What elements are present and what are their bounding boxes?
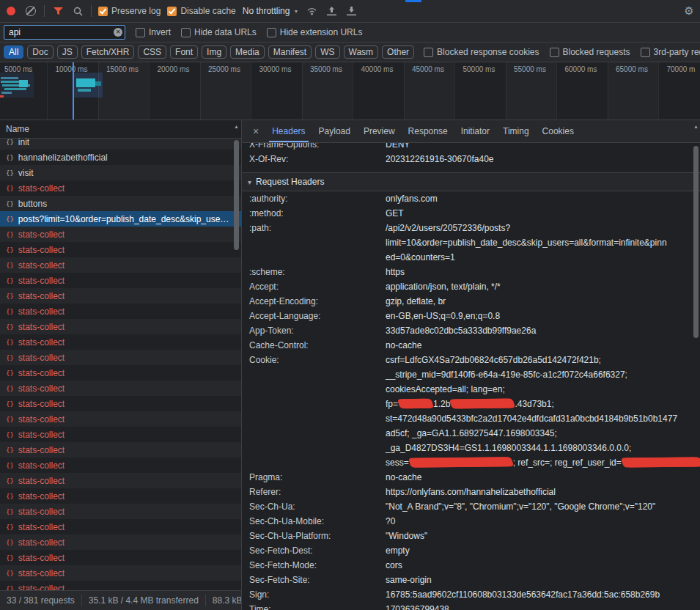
request-row[interactable]: {}stats-collect bbox=[0, 334, 241, 350]
request-list: {}init{}hannahelizabethofficial{}visit{}… bbox=[0, 139, 241, 590]
filter-pill-ws[interactable]: WS bbox=[315, 45, 339, 59]
request-row[interactable]: {}stats-collect bbox=[0, 565, 241, 581]
throttling-select[interactable]: No throttling ▼ bbox=[243, 6, 299, 16]
request-row[interactable]: {}buttons bbox=[0, 196, 241, 211]
request-row[interactable]: {}stats-collect bbox=[0, 319, 241, 334]
filter-pill-doc[interactable]: Doc bbox=[27, 45, 53, 59]
tab-response[interactable]: Response bbox=[402, 120, 454, 142]
request-row[interactable]: {}posts?limit=10&order=publish_date_desc… bbox=[0, 211, 241, 227]
name-column-header[interactable]: Name bbox=[0, 120, 241, 139]
toolbar-divider bbox=[91, 5, 92, 17]
throttling-value: No throttling bbox=[243, 6, 290, 16]
hide-extension-urls-checkbox[interactable]: Hide extension URLs bbox=[267, 27, 363, 37]
network-conditions-button[interactable] bbox=[305, 4, 318, 18]
request-row[interactable]: {}stats-collect bbox=[0, 427, 241, 442]
request-row[interactable]: {}visit bbox=[0, 165, 241, 180]
timeline-label: 60000 ms bbox=[565, 65, 597, 73]
invert-checkbox[interactable]: Invert bbox=[136, 27, 171, 37]
tab-preview[interactable]: Preview bbox=[357, 120, 402, 142]
filter-pill-wasm[interactable]: Wasm bbox=[344, 45, 379, 59]
import-har-button[interactable] bbox=[325, 4, 338, 18]
checkbox-icon bbox=[424, 48, 433, 57]
request-row[interactable]: {}stats-collect bbox=[0, 519, 241, 534]
request-row[interactable]: {}stats-collect bbox=[0, 227, 241, 242]
tab-cookies[interactable]: Cookies bbox=[536, 120, 581, 142]
json-request-icon: {} bbox=[6, 416, 14, 423]
scroll-up-icon[interactable]: ▲ bbox=[692, 122, 700, 131]
request-name: stats-collect bbox=[18, 445, 65, 455]
request-headers-section-toggle[interactable]: ▾ Request Headers bbox=[242, 172, 700, 191]
json-request-icon: {} bbox=[6, 554, 14, 562]
header-value: csrf=LdfcGX4Sa72db06824c657db26a5d142472… bbox=[386, 353, 688, 470]
request-row[interactable]: {}stats-collect bbox=[0, 581, 241, 590]
status-segment: 35.1 kB / 4.4 MB transferred bbox=[82, 595, 206, 606]
request-list-scrollbar[interactable]: ▲ bbox=[232, 122, 240, 590]
filter-pill-media[interactable]: Media bbox=[230, 45, 265, 59]
request-name: stats-collect bbox=[18, 306, 65, 317]
request-row[interactable]: {}stats-collect bbox=[0, 442, 241, 457]
network-filter-input[interactable] bbox=[4, 25, 125, 40]
request-row[interactable]: {}init bbox=[0, 139, 241, 150]
request-row[interactable]: {}stats-collect bbox=[0, 257, 241, 273]
search-button[interactable] bbox=[71, 4, 84, 18]
redaction-scribble bbox=[410, 457, 512, 468]
request-row[interactable]: {}stats-collect bbox=[0, 396, 241, 411]
filter-pill-other[interactable]: Other bbox=[382, 45, 414, 59]
overview-timeline[interactable]: 5000 ms10000 ms15000 ms20000 ms25000 ms3… bbox=[0, 62, 700, 120]
filter-pill-font[interactable]: Font bbox=[170, 45, 198, 59]
request-row[interactable]: {}hannahelizabethofficial bbox=[0, 150, 241, 165]
filter-pill-css[interactable]: CSS bbox=[138, 45, 166, 59]
request-row[interactable]: {}stats-collect bbox=[0, 350, 241, 365]
tab-headers[interactable]: Headers bbox=[265, 120, 312, 142]
settings-button[interactable]: ⚙ bbox=[682, 4, 696, 18]
request-row[interactable]: {}stats-collect bbox=[0, 488, 241, 504]
filter-checkbox-blocked-requests[interactable]: Blocked requests bbox=[550, 47, 630, 57]
request-row[interactable]: {}stats-collect bbox=[0, 273, 241, 288]
details-scrollbar[interactable]: ▲ bbox=[692, 122, 700, 610]
request-row[interactable]: {}stats-collect bbox=[0, 242, 241, 257]
request-row[interactable]: {}stats-collect bbox=[0, 288, 241, 304]
checkbox-checked-icon bbox=[167, 7, 177, 16]
scrollbar-thumb[interactable] bbox=[693, 146, 699, 338]
request-row[interactable]: {}stats-collect bbox=[0, 180, 241, 196]
request-row[interactable]: {}stats-collect bbox=[0, 457, 241, 473]
clear-button[interactable] bbox=[24, 4, 37, 18]
request-row[interactable]: {}stats-collect bbox=[0, 534, 241, 550]
filter-pill-js[interactable]: JS bbox=[57, 45, 78, 59]
request-row[interactable]: {}stats-collect bbox=[0, 304, 241, 319]
export-har-button[interactable] bbox=[345, 4, 358, 18]
hide-data-urls-checkbox[interactable]: Hide data URLs bbox=[181, 27, 257, 37]
timeline-gridline bbox=[658, 62, 659, 120]
filter-pill-all[interactable]: All bbox=[4, 45, 23, 59]
filter-checkbox-blocked-response-cookies[interactable]: Blocked response cookies bbox=[424, 47, 539, 57]
status-bar: 33 / 381 requests35.1 kB / 4.4 MB transf… bbox=[0, 590, 241, 610]
record-button[interactable] bbox=[4, 4, 18, 18]
request-row[interactable]: {}stats-collect bbox=[0, 365, 241, 381]
clear-filter-icon[interactable]: ✕ bbox=[114, 28, 122, 37]
disable-cache-checkbox[interactable]: Disable cache bbox=[167, 6, 235, 16]
scroll-up-icon[interactable]: ▲ bbox=[232, 122, 240, 131]
funnel-icon bbox=[54, 7, 63, 15]
tab-initiator[interactable]: Initiator bbox=[454, 120, 496, 142]
request-row[interactable]: {}stats-collect bbox=[0, 504, 241, 519]
section-title: Request Headers bbox=[256, 177, 324, 187]
filter-toggle-button[interactable] bbox=[51, 4, 65, 18]
filter-pill-fetch-xhr[interactable]: Fetch/XHR bbox=[81, 45, 135, 59]
preserve-log-checkbox[interactable]: Preserve log bbox=[98, 6, 161, 16]
request-row[interactable]: {}stats-collect bbox=[0, 473, 241, 488]
request-headers-list: :authority:onlyfans.com:method:GET:path:… bbox=[242, 191, 700, 610]
scrollbar-thumb[interactable] bbox=[234, 140, 239, 250]
request-row[interactable]: {}stats-collect bbox=[0, 381, 241, 396]
header-name: Pragma: bbox=[249, 470, 386, 485]
filter-checkbox-3rd-party-requests[interactable]: 3rd-party requests bbox=[641, 47, 700, 57]
tab-payload[interactable]: Payload bbox=[312, 120, 357, 142]
json-request-icon: {} bbox=[6, 154, 14, 161]
header-name: Sec-Ch-Ua: bbox=[249, 499, 386, 514]
request-row[interactable]: {}stats-collect bbox=[0, 550, 241, 565]
filter-pill-img[interactable]: Img bbox=[202, 45, 226, 59]
request-row[interactable]: {}stats-collect bbox=[0, 411, 241, 427]
tab-timing[interactable]: Timing bbox=[496, 120, 536, 142]
resource-type-filter-bar: AllDocJSFetch/XHRCSSFontImgMediaManifest… bbox=[0, 43, 700, 62]
filter-pill-manifest[interactable]: Manifest bbox=[268, 45, 312, 59]
close-icon[interactable]: × bbox=[246, 125, 265, 137]
